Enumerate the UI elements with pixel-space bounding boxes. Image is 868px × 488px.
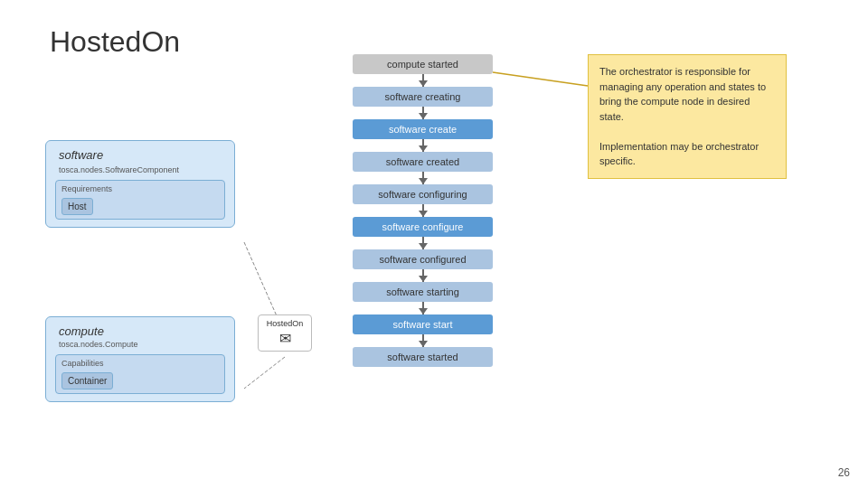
software-label: software — [55, 148, 225, 162]
flow-diagram: compute started software creating softwa… — [353, 54, 493, 367]
flow-arrow-3 — [422, 139, 424, 152]
hostedon-icon: ✉ — [264, 330, 306, 347]
flow-box-software-create: software create — [353, 119, 493, 139]
software-sublabel: tosca.nodes.SoftwareComponent — [55, 165, 225, 174]
flow-arrow-2 — [422, 107, 424, 119]
tooltip-box: The orchestrator is responsible for mana… — [588, 54, 787, 179]
tooltip-text1: The orchestrator is responsible for mana… — [599, 66, 766, 122]
flow-box-software-configure: software configure — [353, 217, 493, 237]
flow-box-software-configuring: software configuring — [353, 184, 493, 204]
container-box: Container — [61, 372, 113, 389]
compute-label: compute — [55, 324, 225, 338]
flow-box-software-configured: software configured — [353, 249, 493, 269]
flow-arrow-6 — [422, 237, 424, 249]
hostedon-badge: HostedOn ✉ — [258, 314, 312, 352]
flow-box-software-start: software start — [353, 314, 493, 334]
compute-sublabel: tosca.nodes.Compute — [55, 340, 225, 349]
host-box: Host — [61, 198, 93, 215]
flow-box-compute-started: compute started — [353, 54, 493, 74]
software-outer-box: software tosca.nodes.SoftwareComponent R… — [45, 140, 235, 228]
requirements-box: Requirements Host — [55, 180, 225, 220]
flow-box-software-started: software started — [353, 347, 493, 367]
hostedon-label: HostedOn — [267, 319, 304, 328]
tooltip-text2: Implementation may be orchestrator speci… — [599, 141, 759, 167]
page-title: HostedOn — [50, 25, 180, 59]
compute-inner-box: compute tosca.nodes.Compute Capabilities… — [45, 316, 235, 402]
flow-box-software-starting: software starting — [353, 282, 493, 302]
requirements-label: Requirements — [61, 184, 219, 193]
page-number: 26 — [838, 466, 850, 479]
software-component-diagram: software tosca.nodes.SoftwareComponent R… — [45, 140, 235, 228]
flow-arrow-8 — [422, 302, 424, 314]
compute-diagram: compute tosca.nodes.Compute Capabilities… — [45, 316, 235, 402]
capabilities-box: Capabilities Container — [55, 354, 225, 394]
flow-arrow-7 — [422, 269, 424, 282]
flow-arrow-1 — [422, 74, 424, 87]
flow-arrow-5 — [422, 204, 424, 217]
flow-box-software-created: software created — [353, 152, 493, 172]
capabilities-label: Capabilities — [61, 359, 219, 368]
svg-line-2 — [244, 357, 285, 389]
flow-arrow-9 — [422, 334, 424, 347]
svg-line-0 — [493, 72, 588, 86]
flow-arrow-4 — [422, 172, 424, 184]
flow-box-software-creating: software creating — [353, 87, 493, 107]
